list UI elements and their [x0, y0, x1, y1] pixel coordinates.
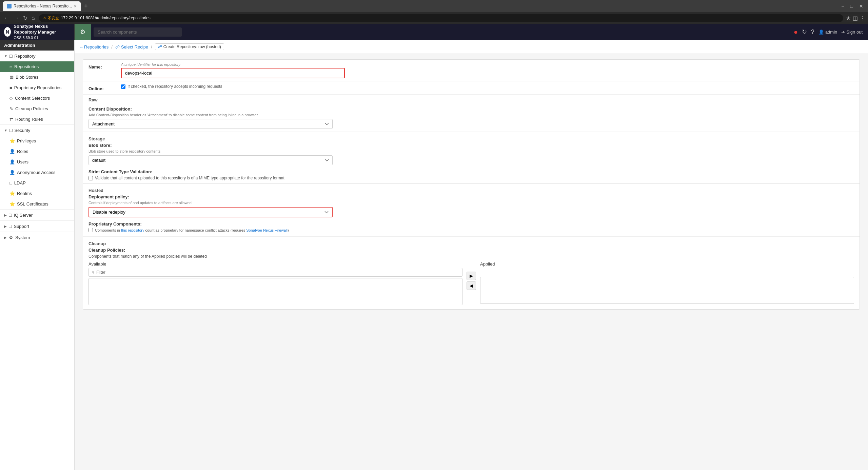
maximize-btn[interactable]: □	[848, 3, 855, 9]
proprietary-checkbox-label[interactable]: Components in this repository count as p…	[88, 228, 854, 232]
filter-input[interactable]	[96, 270, 459, 275]
transfer-right-btn[interactable]: ▶	[467, 272, 476, 280]
anonymous-access-icon: 👤	[9, 170, 15, 175]
sidebar-section-iq-server: ▶ □ IQ Server	[0, 210, 74, 221]
menu-btn[interactable]: ⋮	[860, 15, 865, 21]
applied-list-box[interactable]	[480, 277, 854, 304]
users-icon: 👤	[9, 159, 15, 164]
user-menu[interactable]: 👤 admin	[818, 30, 837, 35]
address-input-field[interactable]: ⚠ 不安全 172.29.9.101:8081/#admin/repositor…	[39, 14, 843, 22]
strict-content-checkbox[interactable]	[88, 176, 93, 180]
signout-btn[interactable]: ➔ Sign out	[841, 30, 863, 35]
sidebar-group-system[interactable]: ▶ ⚙ System	[0, 232, 74, 243]
blob-store-select[interactable]: default	[88, 155, 333, 165]
transfer-left-btn[interactable]: ◀	[467, 281, 476, 290]
sidebar-item-content-selectors[interactable]: ◇ Content Selectors	[0, 93, 74, 103]
tab-label: Repositories - Nexus Reposito...	[14, 4, 72, 8]
hosted-title: Hosted	[88, 185, 854, 194]
app-header: N Sonatype Nexus Repository Manager OSS …	[0, 24, 868, 40]
expand-support-icon: ▶	[4, 224, 7, 228]
sidebar-item-roles[interactable]: 👤 Roles	[0, 146, 74, 157]
sidebar-item-realms[interactable]: ⭐ Realms	[0, 188, 74, 199]
minimize-btn[interactable]: −	[839, 3, 846, 9]
refresh-btn[interactable]: ↻	[802, 28, 807, 36]
applied-col-header: Applied	[480, 261, 854, 267]
new-tab-btn[interactable]: +	[84, 3, 88, 10]
address-text: 172.29.9.101:8081/#admin/repository/repo…	[61, 16, 151, 20]
security-warning-icon: ⚠	[43, 16, 46, 20]
sidebar-item-anonymous-access[interactable]: 👤 Anonymous Access	[0, 167, 74, 178]
search-input[interactable]	[94, 27, 182, 37]
sidebar-item-ldap[interactable]: □ LDAP	[0, 178, 74, 188]
realms-icon: ⭐	[9, 191, 15, 196]
privileges-label: Privileges	[17, 138, 36, 143]
content-disposition-select[interactable]: Attachment Inline	[88, 119, 333, 129]
extensions-btn[interactable]: ◫	[853, 15, 858, 21]
support-group-icon: □	[9, 223, 12, 229]
sidebar-group-support[interactable]: ▶ □ Support	[0, 221, 74, 232]
browser-chrome: Repositories - Nexus Reposito... × + − □…	[0, 0, 868, 12]
sidebar-item-cleanup-policies[interactable]: ✎ Cleanup Policies	[0, 103, 74, 114]
deployment-policy-select[interactable]: Allow redeploy Disable redeploy Read-onl…	[88, 207, 333, 217]
select-recipe-bc-label: Select Recipe	[121, 44, 148, 50]
sidebar-item-proprietary-repos[interactable]: ■ Proprietary Repositories	[0, 82, 74, 93]
online-field-row: Online: If checked, the repository accep…	[83, 81, 860, 94]
content-disposition-hint: Add Content-Disposition header as 'Attac…	[88, 113, 854, 117]
routing-rules-label: Routing Rules	[15, 117, 43, 122]
strict-content-checkbox-text: Validate that all content uploaded to th…	[95, 176, 284, 180]
expand-iq-server-icon: ▶	[4, 213, 7, 217]
breadcrumb-repositories[interactable]: ⎓ Repositories	[80, 44, 108, 50]
strict-content-checkbox-label[interactable]: Validate that all content uploaded to th…	[88, 176, 854, 180]
browser-tab[interactable]: Repositories - Nexus Reposito... ×	[3, 1, 81, 11]
tab-close-btn[interactable]: ×	[74, 3, 77, 9]
bookmark-btn[interactable]: ★	[846, 15, 851, 21]
routing-rules-icon: ⇄	[9, 117, 13, 122]
sidebar-item-blob-stores[interactable]: ▦ Blob Stores	[0, 72, 74, 82]
proprietary-repos-icon: ■	[9, 85, 12, 90]
sidebar-item-privileges[interactable]: ⭐ Privileges	[0, 136, 74, 146]
repository-group-icon: □	[9, 53, 12, 59]
sidebar-item-routing-rules[interactable]: ⇄ Routing Rules	[0, 114, 74, 124]
sidebar-section-security: ▼ □ Security ⭐ Privileges 👤 Roles 👤 User…	[0, 125, 74, 210]
close-btn[interactable]: ✕	[857, 3, 865, 9]
settings-btn[interactable]: ⚙	[75, 24, 91, 40]
blob-stores-icon: ▦	[9, 75, 14, 80]
online-checkbox-text: If checked, the repository accepts incom…	[127, 84, 222, 89]
help-btn[interactable]: ?	[811, 28, 814, 36]
cleanup-available-col: Available ▿	[88, 261, 462, 305]
storage-section: Storage Blob store: Blob store used to s…	[83, 132, 860, 168]
form-area: Name: A unique identifier for this repos…	[75, 54, 868, 315]
this-repository-link[interactable]: this repository	[121, 228, 144, 232]
sidebar-group-iq-server[interactable]: ▶ □ IQ Server	[0, 210, 74, 220]
name-input[interactable]	[121, 68, 345, 78]
security-group-label: Security	[14, 128, 30, 133]
filter-icon: ▿	[92, 270, 94, 275]
repositories-bc-label: Repositories	[84, 44, 108, 50]
sidebar-item-ssl-certificates[interactable]: ⭐ SSL Certificates	[0, 199, 74, 209]
cleanup-policies-label: Cleanup Policies:	[88, 248, 854, 253]
nexus-firewall-link[interactable]: Sonatype Nexus Firewall	[246, 228, 288, 232]
back-btn[interactable]: ←	[3, 14, 11, 22]
filter-box[interactable]: ▿	[88, 268, 462, 277]
sidebar-item-repositories[interactable]: ⎓ Repositories	[0, 61, 74, 72]
sidebar-group-repository[interactable]: ▼ □ Repository	[0, 51, 74, 61]
sidebar-section-support: ▶ □ Support	[0, 221, 74, 232]
home-btn[interactable]: ⌂	[30, 14, 36, 22]
content-selectors-icon: ◇	[9, 96, 13, 101]
cleanup-policies-label: Cleanup Policies	[15, 106, 48, 111]
expand-security-icon: ▼	[4, 129, 7, 132]
proprietary-checkbox[interactable]	[88, 228, 93, 232]
realms-label: Realms	[17, 191, 32, 196]
breadcrumb-select-recipe[interactable]: ☍ Select Recipe	[115, 44, 148, 50]
ldap-icon: □	[9, 180, 12, 185]
reload-btn[interactable]: ↻	[22, 14, 29, 22]
nav-buttons: ← → ↻ ⌂	[3, 14, 36, 22]
raw-section-title: Raw	[83, 94, 860, 104]
online-checkbox-label[interactable]: If checked, the repository accepts incom…	[121, 84, 854, 89]
forward-btn[interactable]: →	[12, 14, 20, 22]
sidebar-group-security[interactable]: ▼ □ Security	[0, 125, 74, 136]
online-checkbox[interactable]	[121, 84, 125, 89]
sidebar-item-users[interactable]: 👤 Users	[0, 157, 74, 167]
cleanup-policies-icon: ✎	[9, 106, 13, 111]
available-list-box[interactable]	[88, 278, 462, 305]
